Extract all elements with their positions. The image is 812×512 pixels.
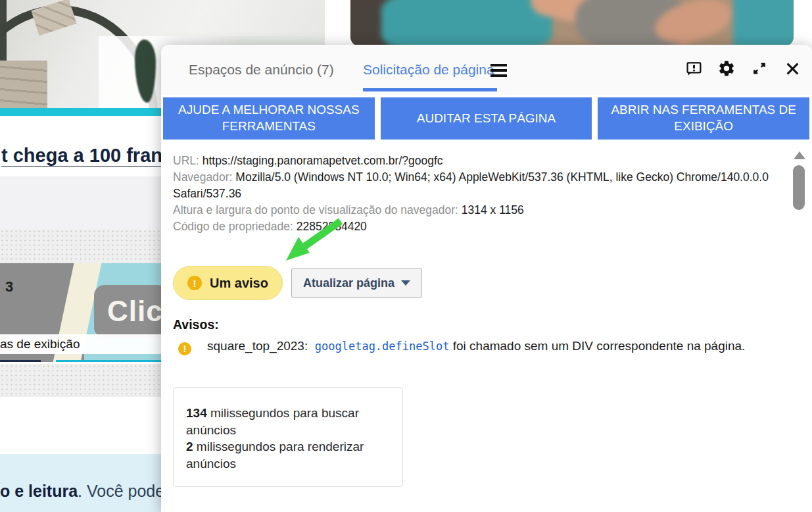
expand-icon[interactable] — [750, 59, 769, 78]
page-footer-section: o e leitura. Você pode — [0, 454, 161, 512]
article-headline-link[interactable]: t chega a 100 fran — [1, 145, 161, 166]
page-section-gray — [0, 176, 161, 229]
banner-underline-teal — [56, 360, 161, 362]
help-improve-tools-button[interactable]: AJUDE A MELHORAR NOSSAS FERRAMENTAS — [163, 97, 375, 140]
feedback-icon[interactable] — [684, 59, 703, 78]
teal-shirt-left — [381, 0, 552, 46]
dotted-texture-band — [0, 364, 161, 397]
banner-caption: as de exibição — [0, 337, 80, 351]
tab-page-request[interactable]: Solicitação de página — [363, 62, 494, 78]
page-request-info: URL: https://staging.panoramapetvet.com.… — [173, 153, 770, 235]
footer-text-regular: . Você pode — [78, 482, 164, 500]
footer-text-bold: o e leitura — [0, 482, 78, 500]
fetch-latency-line: 134 milissegundos para buscar anúncios — [186, 405, 383, 438]
warning-message: foi chamado sem um DIV correspondente na… — [449, 339, 745, 353]
settings-icon[interactable] — [717, 59, 736, 78]
defineslot-code-link[interactable]: googletag.defineSlot — [315, 340, 450, 353]
chevron-down-icon — [401, 280, 410, 286]
close-icon[interactable] — [783, 59, 801, 78]
warning-item: !square_top_2023: googletag.defineSlot f… — [173, 336, 788, 356]
dotted-texture-band — [0, 229, 161, 263]
vet-with-cat-photo — [350, 0, 794, 46]
warning-actions-row: ! Um aviso Atualizar página — [173, 266, 422, 300]
teal-shirt-right — [733, 0, 794, 46]
stone-pillar — [0, 61, 47, 111]
scrollbar-thumb[interactable] — [793, 165, 805, 210]
property-code-line: Código de propriedade: 22852884420 — [173, 218, 770, 235]
warnings-heading: Avisos: — [173, 317, 219, 332]
active-tab-underline — [363, 88, 497, 91]
viewport-line: Altura e largura do ponto de visualizaçã… — [173, 202, 770, 218]
banner-underline-navy — [0, 360, 41, 362]
latency-stats-box: 134 milissegundos para buscar anúncios 2… — [173, 387, 403, 487]
audit-page-button[interactable]: AUDITAR ESTA PÁGINA — [381, 97, 592, 140]
scrollbar-up-arrow[interactable] — [794, 151, 805, 159]
ad-banner: 3 Clic as de exibição — [0, 263, 161, 362]
tab-ad-slots[interactable]: Espaços de anúncio (7) — [189, 62, 334, 78]
refresh-page-dropdown-button[interactable]: Atualizar página — [291, 268, 422, 298]
warning-slot-name: square_top_2023: — [207, 339, 308, 353]
banner-caption-band: as de exibição — [0, 334, 161, 354]
google-publisher-console-panel: Espaços de anúncio (7) Solicitação de pá… — [161, 45, 812, 512]
footer-text: o e leitura. Você pode — [0, 482, 164, 501]
banner-click-button[interactable]: Clic — [94, 285, 161, 338]
one-warning-button[interactable]: ! Um aviso — [173, 266, 283, 300]
render-latency-line: 2 milissegundos para renderizar anúncios — [186, 438, 383, 472]
header-icon-group — [684, 59, 801, 78]
warning-icon: ! — [178, 342, 191, 355]
warning-icon: ! — [187, 276, 202, 290]
console-header: Espaços de anúncio (7) Solicitação de pá… — [161, 45, 812, 95]
menu-icon[interactable] — [490, 64, 507, 80]
photo-blur-layer — [350, 0, 794, 46]
url-line: URL: https://staging.panoramapetvet.com.… — [173, 153, 770, 169]
open-delivery-tools-button[interactable]: ABRIR NAS FERRAMENTAS DE EXIBIÇÃO — [598, 97, 809, 140]
browser-line: Navegador: Mozilla/5.0 (Windows NT 10.0;… — [173, 169, 770, 202]
banner-number: 3 — [5, 278, 13, 295]
console-action-buttons: AJUDE A MELHORAR NOSSAS FERRAMENTAS AUDI… — [163, 97, 809, 140]
